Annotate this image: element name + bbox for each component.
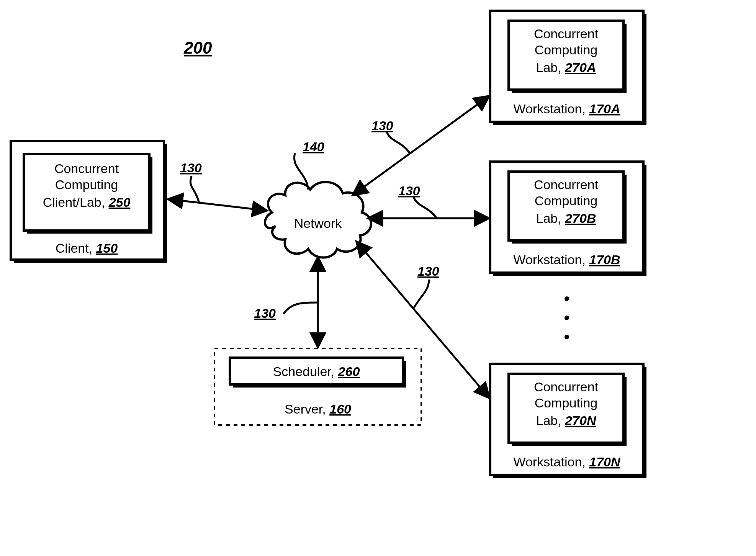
ws-a-inner-line1: Concurrent xyxy=(534,26,599,41)
svg-point-15 xyxy=(565,296,569,301)
client-inner-line3: Client/Lab, 250 xyxy=(43,195,131,209)
workstation-b-block: Concurrent Computing Lab, 270B Workstati… xyxy=(490,162,646,276)
ellipsis-dots xyxy=(565,296,569,339)
ws-a-inner-line3: Lab, 270A xyxy=(536,60,596,75)
ws-n-outer-label: Workstation, 170N xyxy=(513,455,621,469)
link-wsB-ref: 130 xyxy=(398,183,420,198)
link-client-ref: 130 xyxy=(180,160,202,175)
server-inner-label: Scheduler, 260 xyxy=(273,364,360,379)
link-wsA-ref: 130 xyxy=(371,118,393,133)
client-outer-label: Client, 150 xyxy=(56,241,118,255)
ws-n-inner-line2: Computing xyxy=(535,396,597,410)
ws-n-inner-line3: Lab, 270N xyxy=(536,413,597,428)
ws-a-inner-line2: Computing xyxy=(535,43,597,57)
server-block: Scheduler, 260 Server, 160 xyxy=(214,348,421,425)
ws-a-outer-label: Workstation, 170A xyxy=(513,101,620,116)
link-wsN-ref: 130 xyxy=(417,264,439,278)
ws-n-inner-line1: Concurrent xyxy=(534,379,599,394)
server-outer-label: Server, 160 xyxy=(285,402,351,416)
link-wsA-network xyxy=(352,96,489,195)
ws-b-inner-line1: Concurrent xyxy=(534,177,599,192)
link-server-ref: 130 xyxy=(254,306,276,321)
network-label: Network xyxy=(294,216,342,231)
client-inner-line1: Concurrent xyxy=(54,161,119,176)
figure-ref: 200 xyxy=(183,38,212,57)
workstation-n-block: Concurrent Computing Lab, 270N Workstati… xyxy=(490,364,646,478)
ws-b-outer-label: Workstation, 170B xyxy=(513,252,620,267)
workstation-a-block: Concurrent Computing Lab, 270A Workstati… xyxy=(490,11,646,125)
ws-b-inner-line2: Computing xyxy=(535,193,597,208)
client-block: Concurrent Computing Client/Lab, 250 Cli… xyxy=(11,141,167,263)
diagram-canvas: 200 Concurrent Computing Client/Lab, 250… xyxy=(0,0,756,556)
svg-point-16 xyxy=(565,316,569,320)
svg-point-17 xyxy=(565,335,569,339)
link-client-network xyxy=(168,199,267,211)
client-inner-line2: Computing xyxy=(55,177,118,192)
ws-b-inner-line3: Lab, 270B xyxy=(536,211,596,226)
network-ref: 140 xyxy=(303,139,324,154)
network-cloud: Network 140 xyxy=(265,139,371,258)
